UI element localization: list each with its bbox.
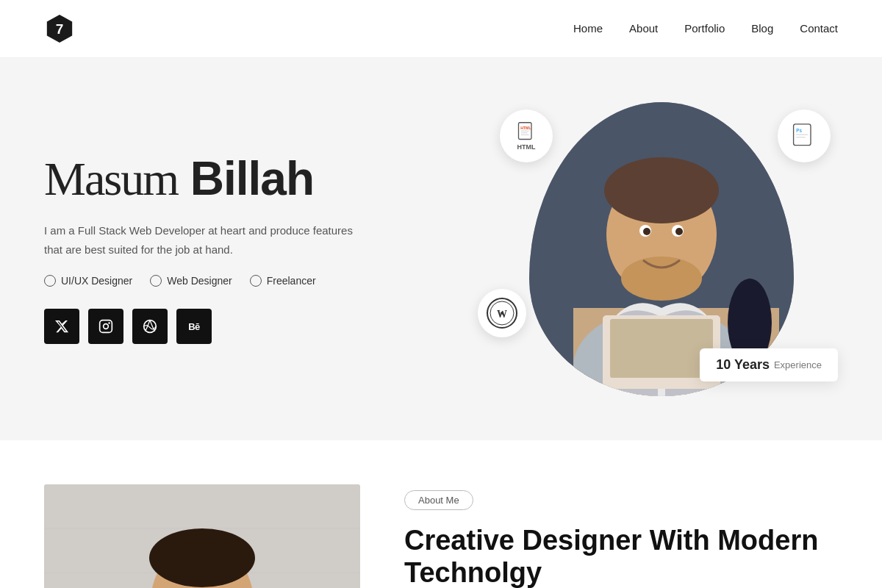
role-circle-uiux	[44, 275, 56, 287]
about-content: About Me Creative Designer With Modern T…	[404, 484, 838, 588]
hero-name: Masum Billah	[44, 154, 441, 204]
svg-point-23	[604, 157, 719, 223]
logo[interactable]: 7	[44, 13, 75, 44]
last-name: Billah	[190, 152, 314, 205]
dribbble-button[interactable]	[132, 309, 168, 344]
role-circle-freelancer	[250, 275, 262, 287]
about-title-line2: Technolgy	[404, 557, 542, 588]
social-icons: Bē	[44, 309, 441, 344]
hero-description: I am a Full Stack Web Developer at heart…	[44, 221, 368, 259]
role-label-uiux: UI/UX Designer	[61, 275, 132, 287]
about-title-line1: Creative Designer With Modern	[404, 525, 818, 556]
behance-label: Bē	[188, 321, 200, 332]
nav-item-home[interactable]: Home	[573, 22, 603, 35]
ps-badge: Ps	[778, 110, 831, 162]
svg-point-27	[675, 228, 683, 235]
svg-point-3	[104, 324, 109, 329]
html-badge: HTML HTML	[500, 110, 553, 162]
first-name: Masum	[44, 153, 178, 205]
role-label-freelancer: Freelancer	[267, 275, 316, 287]
twitter-button[interactable]	[44, 309, 79, 344]
nav-item-contact[interactable]: Contact	[800, 22, 838, 35]
about-tag: About Me	[404, 490, 473, 510]
nav-links: Home About Portfolio Blog Contact	[573, 22, 838, 35]
nav-item-portfolio[interactable]: Portfolio	[684, 22, 725, 35]
about-image	[44, 484, 360, 588]
role-uiux: UI/UX Designer	[44, 275, 132, 287]
experience-label: Experience	[774, 359, 822, 370]
wp-badge: W	[478, 289, 526, 337]
svg-point-31	[501, 312, 503, 315]
experience-badge: 10 Years Experience	[700, 348, 838, 381]
svg-text:Ps: Ps	[796, 128, 802, 133]
svg-point-19	[621, 257, 702, 301]
svg-rect-22	[610, 319, 713, 378]
svg-text:7: 7	[56, 21, 64, 37]
behance-button[interactable]: Bē	[176, 309, 212, 344]
hero-roles: UI/UX Designer Web Designer Freelancer	[44, 275, 441, 287]
svg-point-26	[643, 228, 650, 235]
navigation: 7 Home About Portfolio Blog Contact	[0, 0, 882, 58]
about-section: About Me Creative Designer With Modern T…	[0, 440, 882, 588]
nav-item-about[interactable]: About	[629, 22, 658, 35]
hero-image-area: HTML HTML Ps	[485, 102, 838, 396]
svg-rect-2	[100, 320, 112, 333]
nav-item-blog[interactable]: Blog	[751, 22, 773, 35]
hero-section: Masum Billah I am a Full Stack Web Devel…	[0, 58, 882, 440]
about-title: Creative Designer With Modern Technolgy	[404, 525, 838, 588]
role-label-web: Web Designer	[167, 275, 232, 287]
instagram-button[interactable]	[88, 309, 123, 344]
experience-years: 10 Years	[716, 357, 770, 373]
svg-point-38	[149, 528, 255, 587]
role-circle-web	[150, 275, 162, 287]
hero-content: Masum Billah I am a Full Stack Web Devel…	[44, 154, 441, 344]
svg-text:HTML: HTML	[520, 126, 531, 130]
role-webdesigner: Web Designer	[150, 275, 232, 287]
html-badge-label: HTML	[517, 143, 536, 151]
role-freelancer: Freelancer	[250, 275, 316, 287]
svg-point-4	[108, 322, 110, 324]
